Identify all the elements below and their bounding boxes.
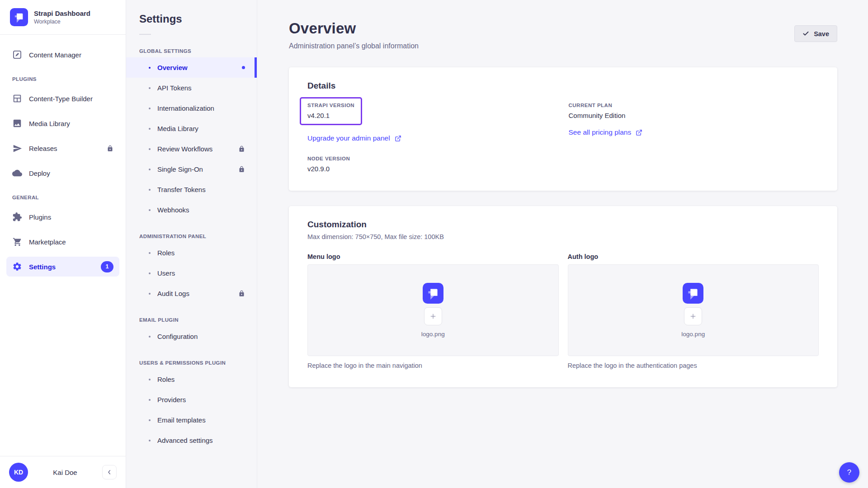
subnav-section-users-permissions-plugin: USERS & PERMISSIONS PLUGIN: [126, 360, 257, 366]
add-logo-button[interactable]: [424, 307, 442, 325]
workspace-brand[interactable]: Strapi Dashboard Workplace: [0, 0, 126, 35]
current-plan-field: CURRENT PLAN Community Edition: [569, 103, 819, 119]
chevron-left-icon: [106, 469, 113, 476]
sidebar-item-deploy[interactable]: Deploy: [6, 163, 119, 183]
bullet-icon: [149, 128, 151, 130]
user-footer: KD Kai Doe: [0, 456, 126, 488]
subnav-item-label: Webhooks: [157, 206, 189, 214]
details-heading: Details: [307, 81, 819, 91]
subnav-item-webhooks[interactable]: Webhooks: [126, 200, 257, 220]
sidebar-item-settings[interactable]: Settings 1: [6, 257, 119, 277]
menu-logo-block: Menu logo logo.png Replace the logo in t…: [307, 253, 559, 369]
sidebar-item-media-library[interactable]: Media Library: [6, 113, 119, 133]
gear-icon: [12, 262, 22, 272]
logo-upload-grid: Menu logo logo.png Replace the logo in t…: [307, 253, 819, 369]
settings-subnav: Settings GLOBAL SETTINGS Overview API To…: [126, 0, 257, 488]
main-content: Overview Administration panel’s global i…: [257, 0, 868, 488]
subnav-item-label: Overview: [157, 64, 188, 71]
lock-icon: [238, 290, 245, 297]
sidebar-item-label: Content-Type Builder: [29, 95, 93, 103]
strapi-logo-icon: [423, 283, 443, 304]
subnav-item-label: Email templates: [157, 416, 206, 424]
menu-logo-label: Menu logo: [307, 253, 559, 260]
subnav-item-single-sign-on[interactable]: Single Sign-On: [126, 159, 257, 179]
check-icon: [802, 30, 809, 37]
cloud-icon: [12, 168, 22, 178]
sidebar-item-marketplace[interactable]: Marketplace: [6, 232, 119, 252]
sidebar-item-label: Plugins: [29, 213, 51, 221]
collapse-sidebar-button[interactable]: [102, 465, 117, 479]
sidebar-item-label: Releases: [29, 145, 57, 152]
subnav-item-providers[interactable]: Providers: [126, 389, 257, 410]
subnav-item-admin-roles[interactable]: Roles: [126, 243, 257, 263]
bullet-icon: [149, 169, 151, 170]
subnav-item-up-roles[interactable]: Roles: [126, 369, 257, 389]
sidebar-item-releases[interactable]: Releases: [6, 138, 119, 158]
layout-grid-icon: [12, 94, 22, 103]
subnav-item-label: Users: [157, 269, 175, 277]
sidebar-item-content-manager[interactable]: Content Manager: [6, 45, 119, 65]
bullet-icon: [149, 148, 151, 150]
settings-notification-badge: 1: [101, 261, 113, 272]
subnav-item-label: Media Library: [157, 125, 198, 132]
node-version-field: NODE VERSION v20.9.0: [307, 156, 558, 173]
strapi-version-value: v4.20.1: [307, 112, 354, 119]
sidebar-item-plugins[interactable]: Plugins: [6, 207, 119, 227]
menu-logo-hint: Replace the logo in the main navigation: [307, 362, 559, 369]
primary-sidebar: Strapi Dashboard Workplace Content Manag…: [0, 0, 126, 488]
subnav-item-label: Review Workflows: [157, 145, 212, 153]
primary-nav-list: Content Manager PLUGINS Content-Type Bui…: [0, 35, 126, 456]
pricing-link-label: See all pricing plans: [569, 128, 632, 136]
user-name: Kai Doe: [28, 469, 102, 476]
bullet-icon: [149, 379, 151, 380]
auth-logo-block: Auth logo logo.png Replace the logo in t…: [568, 253, 819, 369]
upgrade-admin-panel-link[interactable]: Upgrade your admin panel: [307, 134, 401, 142]
lock-icon: [107, 145, 113, 152]
bullet-icon: [149, 189, 151, 191]
bullet-icon: [149, 440, 151, 441]
details-card: Details STRAPI VERSION v4.20.1 Upgrade y…: [289, 67, 837, 191]
subnav-item-api-tokens[interactable]: API Tokens: [126, 78, 257, 98]
sidebar-item-label: Media Library: [29, 120, 70, 127]
subnav-item-label: Internationalization: [157, 104, 214, 112]
puzzle-icon: [12, 212, 22, 222]
pricing-plans-link[interactable]: See all pricing plans: [569, 128, 643, 136]
save-button-label: Save: [814, 30, 829, 38]
subnav-item-label: Transfer Tokens: [157, 186, 206, 193]
auth-logo-dropzone[interactable]: logo.png: [568, 264, 819, 356]
subnav-item-audit-logs[interactable]: Audit Logs: [126, 283, 257, 304]
subnav-item-transfer-tokens[interactable]: Transfer Tokens: [126, 179, 257, 200]
subnav-item-admin-users[interactable]: Users: [126, 263, 257, 283]
strapi-logo-icon: [683, 283, 703, 304]
subnav-item-overview[interactable]: Overview: [126, 57, 257, 78]
auth-logo-label: Auth logo: [568, 253, 819, 260]
customization-heading: Customization: [307, 220, 819, 230]
subnav-item-advanced-settings[interactable]: Advanced settings: [126, 430, 257, 450]
node-version-value: v20.9.0: [307, 165, 558, 173]
subnav-item-configuration[interactable]: Configuration: [126, 326, 257, 347]
node-version-label: NODE VERSION: [307, 156, 558, 161]
subnav-item-internationalization[interactable]: Internationalization: [126, 98, 257, 118]
details-right-column: CURRENT PLAN Community Edition See all p…: [569, 103, 819, 173]
help-button[interactable]: ?: [839, 462, 859, 483]
help-button-label: ?: [847, 468, 851, 477]
subnav-item-media-library[interactable]: Media Library: [126, 118, 257, 139]
bullet-icon: [149, 336, 151, 338]
subnav-item-review-workflows[interactable]: Review Workflows: [126, 139, 257, 159]
save-button[interactable]: Save: [794, 25, 837, 42]
paper-plane-icon: [12, 143, 22, 153]
app-window: Strapi Dashboard Workplace Content Manag…: [0, 0, 868, 488]
bullet-icon: [149, 419, 151, 421]
sidebar-item-content-type-builder[interactable]: Content-Type Builder: [6, 89, 119, 108]
subnav-item-label: Roles: [157, 375, 175, 383]
menu-logo-filename: logo.png: [421, 331, 445, 338]
strapi-logo-icon: [10, 8, 28, 26]
subnav-item-email-templates[interactable]: Email templates: [126, 410, 257, 430]
strapi-version-highlight-box: STRAPI VERSION v4.20.1: [300, 97, 362, 125]
menu-logo-dropzone[interactable]: logo.png: [307, 264, 559, 356]
subnav-item-label: Configuration: [157, 333, 198, 340]
avatar[interactable]: KD: [9, 463, 28, 482]
subnav-divider: [139, 34, 151, 35]
upgrade-link-label: Upgrade your admin panel: [307, 134, 390, 142]
add-logo-button[interactable]: [684, 307, 702, 325]
